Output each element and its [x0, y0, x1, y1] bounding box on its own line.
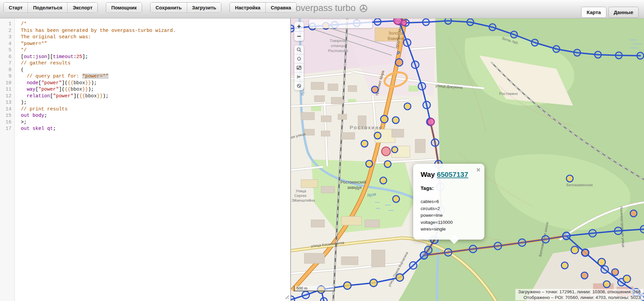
editor-code[interactable]: /*This has been generated by the overpas… — [15, 18, 176, 301]
power-node[interactable] — [489, 24, 496, 31]
power-node[interactable] — [511, 31, 517, 38]
power-node[interactable] — [291, 25, 294, 32]
power-node[interactable] — [412, 61, 419, 68]
toolbar-button[interactable]: Справка — [266, 3, 296, 13]
zoom-out-button[interactable]: − — [294, 32, 304, 41]
circle-icon[interactable] — [294, 54, 304, 63]
poi-node[interactable] — [374, 132, 381, 139]
code-line[interactable]: // print results — [21, 106, 176, 113]
poi-node[interactable] — [581, 272, 588, 279]
poi-node[interactable] — [582, 249, 589, 256]
zoom-in-button[interactable]: + — [294, 22, 304, 32]
poi-node[interactable] — [571, 246, 578, 254]
power-node[interactable] — [494, 242, 502, 250]
view-tab[interactable]: Данные — [608, 7, 639, 18]
code-line[interactable]: relation["power"]({{bbox}}); — [21, 93, 176, 100]
collapse-panel-icon[interactable] — [294, 72, 304, 82]
cancel-icon[interactable] — [294, 82, 304, 90]
code-line[interactable]: ); — [21, 99, 176, 106]
poi-node[interactable] — [401, 20, 406, 26]
poi-node[interactable] — [380, 177, 387, 184]
poi-node[interactable] — [361, 140, 368, 147]
power-node[interactable] — [601, 266, 608, 273]
code-line[interactable]: [out:json][timeout:25]; — [21, 54, 176, 60]
poi-node[interactable] — [392, 147, 398, 153]
poi-node[interactable] — [404, 103, 411, 110]
power-node[interactable] — [444, 249, 452, 256]
power-node[interactable] — [431, 139, 439, 146]
code-line[interactable]: node["power"]({{bbox}}); — [21, 80, 176, 87]
poi-node[interactable] — [630, 210, 637, 217]
power-node[interactable] — [467, 19, 474, 26]
code-line[interactable]: out body; — [21, 112, 176, 119]
image-export-icon[interactable] — [294, 63, 304, 72]
toolbar-button[interactable]: Настройка — [230, 3, 266, 13]
poi-node[interactable] — [561, 262, 568, 269]
toolbar-button[interactable]: Сохранить — [151, 3, 187, 13]
power-node[interactable] — [574, 49, 581, 56]
power-node[interactable] — [640, 225, 644, 233]
poi-node[interactable] — [382, 147, 390, 156]
code-line[interactable]: ( — [21, 67, 176, 73]
power-node[interactable] — [469, 245, 477, 253]
power-node[interactable] — [615, 52, 622, 59]
poi-node[interactable] — [598, 258, 605, 266]
power-node[interactable] — [420, 252, 428, 259]
search-input[interactable] — [312, 20, 372, 28]
poi-node[interactable] — [566, 175, 573, 182]
power-node[interactable] — [410, 262, 417, 269]
poi-node[interactable] — [396, 274, 403, 281]
code-line[interactable]: out skel qt; — [21, 126, 176, 132]
poi-node[interactable] — [623, 275, 631, 283]
poi-node[interactable] — [372, 86, 378, 93]
code-line[interactable]: /* — [21, 21, 176, 28]
poi-node[interactable] — [344, 282, 351, 289]
code-line[interactable]: way["power"]({{bbox}}); — [21, 86, 176, 93]
toolbar-button[interactable]: Поделиться — [28, 3, 68, 13]
poi-node[interactable] — [392, 117, 399, 123]
code-line[interactable]: // query part for: “power=*” — [21, 73, 176, 80]
poi-node[interactable] — [393, 196, 399, 202]
poi-node[interactable] — [384, 161, 391, 167]
toolbar-button[interactable]: Старт — [4, 3, 28, 13]
power-node[interactable] — [423, 19, 429, 26]
power-node[interactable] — [589, 230, 596, 237]
power-node[interactable] — [614, 227, 622, 235]
toolbar-button[interactable]: Загрузить — [187, 3, 221, 13]
code-line[interactable]: The original search was: — [21, 34, 176, 41]
map-panel[interactable]: ЗолотойВавилонТоварнаястанцияРостокиноРо… — [291, 18, 644, 301]
code-line[interactable]: “power=*” — [21, 41, 176, 47]
search-icon[interactable] — [294, 45, 304, 54]
toolbar-button[interactable]: Помощник — [106, 3, 142, 13]
power-node[interactable] — [531, 39, 538, 46]
power-node[interactable] — [595, 51, 601, 58]
poi-node[interactable] — [603, 281, 610, 288]
way-id-link[interactable]: 65057137 — [437, 170, 468, 178]
code-line[interactable]: This has been generated by the overpass-… — [21, 28, 176, 34]
close-icon[interactable]: × — [476, 166, 480, 174]
code-line[interactable]: */ — [21, 47, 176, 54]
power-node[interactable] — [374, 18, 381, 25]
poi-node[interactable] — [366, 160, 373, 167]
map-canvas[interactable]: ЗолотойВавилонТоварнаястанцияРостокиноРо… — [291, 18, 644, 301]
code-line[interactable]: // gather results — [21, 60, 176, 67]
power-node[interactable] — [542, 236, 549, 243]
code-line[interactable]: >; — [21, 119, 176, 126]
poi-node[interactable] — [394, 18, 402, 24]
query-editor[interactable]: 1234567891011121314151617 /*This has bee… — [0, 18, 291, 301]
poi-node[interactable] — [428, 118, 434, 125]
power-node[interactable] — [403, 39, 411, 46]
poi-node[interactable] — [395, 59, 403, 66]
poi-node[interactable] — [612, 269, 618, 275]
power-node[interactable] — [445, 18, 452, 24]
power-node[interactable] — [637, 52, 644, 59]
poi-node[interactable] — [370, 279, 377, 287]
power-node[interactable] — [553, 46, 560, 52]
power-node[interactable] — [563, 232, 570, 240]
power-node[interactable] — [423, 101, 430, 109]
power-node[interactable] — [518, 239, 526, 246]
view-tab[interactable]: Карта — [581, 7, 606, 18]
resize-grip[interactable] — [284, 294, 289, 299]
poi-node[interactable] — [381, 115, 388, 123]
power-node[interactable] — [320, 298, 327, 301]
